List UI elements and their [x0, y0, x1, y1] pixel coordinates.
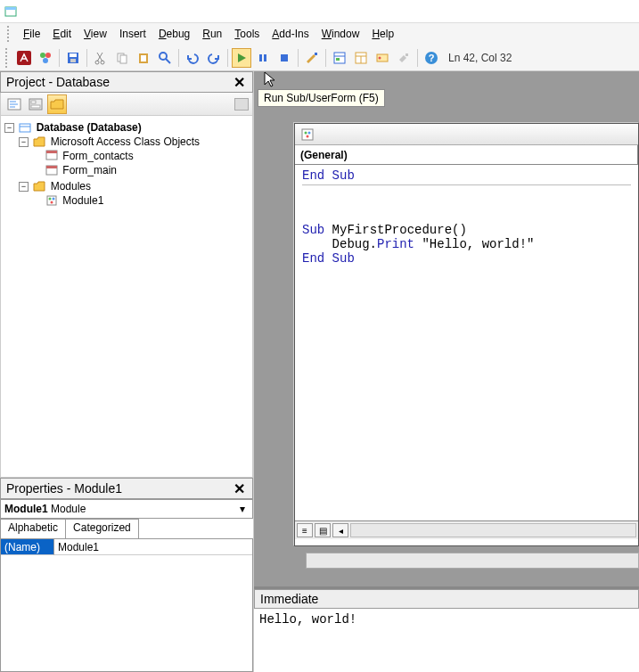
svg-rect-7 — [70, 53, 77, 57]
access-icon[interactable] — [14, 48, 34, 68]
undo-button[interactable] — [183, 48, 202, 68]
project-explorer-button[interactable] — [330, 48, 349, 68]
tree-form-main[interactable]: Form_main — [33, 162, 249, 177]
dropdown-icon: ▾ — [236, 503, 249, 515]
svg-rect-18 — [264, 54, 266, 61]
menu-run[interactable]: Run — [197, 26, 227, 42]
cut-button[interactable] — [91, 48, 111, 68]
svg-rect-29 — [406, 53, 408, 56]
reset-button[interactable] — [274, 48, 294, 68]
menu-edit[interactable]: Edit — [47, 26, 77, 42]
svg-point-50 — [305, 131, 307, 134]
window-title-bar — [0, 0, 639, 23]
save-button[interactable] — [63, 48, 83, 68]
svg-rect-17 — [259, 54, 262, 61]
code-window: (General) End Sub Sub MyFirstProcedure()… — [294, 123, 639, 546]
tree-class-objects[interactable]: − Microsoft Access Class Objects Form_co… — [19, 134, 249, 178]
paste-button[interactable] — [134, 48, 153, 68]
menu-window[interactable]: Window — [316, 26, 365, 42]
svg-point-28 — [379, 56, 381, 59]
svg-point-5 — [43, 58, 48, 63]
menu-help[interactable]: Help — [366, 26, 399, 42]
svg-rect-1 — [5, 7, 16, 10]
project-icon — [19, 122, 31, 133]
folder-icon — [33, 136, 45, 147]
svg-point-51 — [308, 131, 311, 134]
tree-root[interactable]: − Database (Database) − Microsoft Access… — [4, 119, 249, 209]
expand-icon[interactable]: − — [19, 137, 29, 147]
svg-rect-23 — [336, 58, 340, 61]
view-code-button[interactable] — [4, 94, 24, 114]
code-editor[interactable]: End Sub Sub MyFirstProcedure() Debug.Pri… — [295, 165, 638, 521]
tree-form-contacts[interactable]: Form_contacts — [33, 148, 249, 163]
property-row-name[interactable]: (Name) Module1 — [1, 539, 252, 555]
view-object-button[interactable] — [26, 94, 45, 114]
procedure-view-button[interactable]: ≡ — [297, 523, 313, 537]
immediate-header[interactable]: Immediate — [254, 589, 639, 609]
properties-window-button[interactable] — [351, 48, 371, 68]
modules-icon[interactable] — [36, 48, 55, 68]
menu-debug[interactable]: Debug — [153, 26, 195, 42]
project-tree[interactable]: − Database (Database) − Microsoft Access… — [0, 116, 253, 478]
property-value-cell[interactable]: Module1 — [54, 539, 252, 555]
scroll-left-button[interactable]: ◂ — [332, 523, 348, 537]
svg-line-16 — [166, 59, 170, 63]
code-footer: ≡ ▤ ◂ — [295, 521, 638, 539]
svg-point-52 — [307, 135, 309, 137]
immediate-window: Immediate Hello, world! — [254, 586, 639, 672]
menu-file[interactable]: File — [18, 26, 45, 42]
svg-rect-20 — [315, 53, 317, 55]
help-button[interactable]: ? — [422, 48, 441, 68]
properties-panel-close[interactable]: ✕ — [231, 480, 247, 496]
menu-view[interactable]: View — [78, 26, 112, 42]
svg-rect-12 — [120, 55, 127, 63]
toolbox-button[interactable] — [394, 48, 414, 68]
svg-rect-19 — [281, 54, 288, 61]
toolbar-grip — [5, 48, 11, 68]
break-button[interactable] — [253, 48, 273, 68]
module-icon — [300, 128, 315, 141]
expand-icon[interactable]: − — [4, 123, 14, 133]
form-icon — [45, 165, 58, 176]
toggle-folders-button[interactable] — [47, 94, 67, 114]
svg-point-3 — [40, 53, 45, 58]
object-browser-button[interactable] — [373, 48, 392, 68]
tab-categorized[interactable]: Categorized — [65, 519, 139, 538]
svg-rect-38 — [31, 105, 40, 108]
mdi-area: (General) End Sub Sub MyFirstProcedure()… — [254, 71, 639, 672]
find-button[interactable] — [155, 48, 175, 68]
svg-rect-37 — [31, 101, 36, 103]
redo-button[interactable] — [204, 48, 224, 68]
tree-module1[interactable]: Module1 — [33, 193, 249, 208]
project-toolbar-dropdown[interactable] — [234, 98, 249, 111]
menu-insert[interactable]: Insert — [114, 26, 152, 42]
immediate-body[interactable]: Hello, world! — [254, 609, 639, 630]
project-toolbar — [0, 93, 253, 116]
project-panel-close[interactable]: ✕ — [231, 74, 247, 90]
property-name-cell: (Name) — [1, 539, 54, 555]
design-mode-button[interactable] — [302, 48, 322, 68]
tree-modules[interactable]: − Modules Module1 — [19, 178, 249, 209]
menu-addins[interactable]: Add-Ins — [266, 26, 314, 42]
run-tooltip: Run Sub/UserForm (F5) — [258, 89, 385, 107]
tab-alphabetic[interactable]: Alphabetic — [0, 519, 66, 538]
svg-point-4 — [45, 53, 51, 58]
svg-point-48 — [51, 201, 53, 203]
module-icon — [45, 195, 58, 206]
code-window-titlebar[interactable] — [295, 124, 638, 145]
svg-point-47 — [53, 197, 55, 200]
properties-grid[interactable]: (Name) Module1 — [0, 538, 253, 672]
object-combo[interactable]: (General) — [295, 145, 638, 164]
run-button[interactable] — [232, 48, 251, 68]
svg-point-15 — [160, 53, 167, 60]
expand-icon[interactable]: − — [19, 182, 29, 192]
horizontal-scrollbar[interactable] — [350, 523, 636, 537]
properties-object-combo[interactable]: Module1 Module ▾ — [0, 499, 253, 519]
full-module-view-button[interactable]: ▤ — [315, 523, 331, 537]
copy-button[interactable] — [112, 48, 132, 68]
app-icon — [4, 4, 18, 19]
properties-tabs: Alphabetic Categorized — [0, 519, 253, 538]
menu-tools[interactable]: Tools — [229, 26, 265, 42]
svg-rect-42 — [46, 151, 57, 153]
mdi-scrollbar[interactable] — [306, 553, 639, 569]
